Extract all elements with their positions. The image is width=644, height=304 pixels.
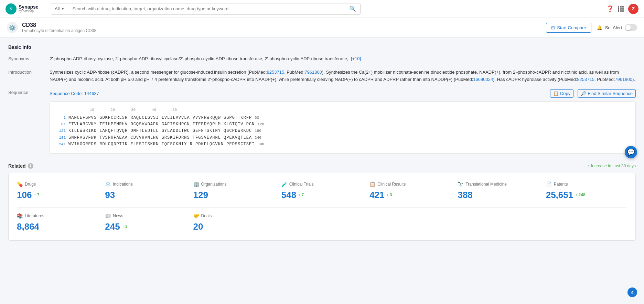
deals-card[interactable]: 🤝 Deals 20: [193, 213, 275, 232]
literatures-count: 8,864: [17, 221, 39, 232]
entity-actions: ⊞ Start Compare 🔔 Set Alert: [546, 23, 637, 33]
entity-subtitle: Lymphocyte differentiation antigen CD38: [22, 28, 542, 33]
deals-label: Deals: [201, 213, 212, 218]
grid-icon: [618, 6, 624, 12]
entity-info: CD38 Lymphocyte differentiation antigen …: [22, 22, 542, 33]
header-actions: ❓ Z: [606, 4, 638, 14]
pubmed-link-5[interactable]: 7961800: [615, 77, 632, 82]
literatures-card[interactable]: 📚 Literatures 8,864: [17, 213, 98, 232]
translational-count: 388: [458, 190, 472, 200]
sequence-ruler: 10 20 30 40 50: [55, 107, 630, 113]
copy-button[interactable]: 📋 Copy: [550, 89, 573, 98]
literatures-label: Literatures: [25, 213, 44, 218]
pubmed-link-2[interactable]: 7961800: [304, 70, 322, 75]
drugs-increase: ↑ 7: [34, 192, 39, 197]
news-icon: 📰: [105, 213, 111, 219]
seq-line-5: 241 WVIHGGREDS RDLCQDPTIK ELESIISKRN IQF…: [55, 141, 630, 148]
avatar[interactable]: Z: [628, 4, 638, 14]
organizations-card[interactable]: 🏢 Organizations 129: [193, 181, 275, 200]
entity-icon: ⚙️: [7, 22, 18, 33]
clinical-trials-count: 548: [281, 190, 296, 200]
sequence-label: Sequence: [8, 89, 50, 95]
search-bar: All ▼ 🔍: [51, 3, 361, 15]
related-title: Related i: [8, 163, 33, 169]
related-info-icon[interactable]: i: [28, 163, 33, 169]
help-button[interactable]: ❓: [606, 5, 614, 13]
compare-icon: ⊞: [551, 25, 555, 30]
sequence-actions: 📋 Copy 🔎 Find Similar Sequence: [550, 89, 636, 98]
main-content: Basic Info Synonyms 2'-phospho-ADP-ribos…: [0, 38, 644, 248]
ruler-30: 30: [131, 107, 152, 113]
find-similar-button[interactable]: 🔎 Find Similar Sequence: [578, 89, 636, 98]
drugs-count: 106: [17, 190, 32, 200]
search-input[interactable]: [68, 6, 345, 11]
sequence-code[interactable]: Sequence Code: 144637: [50, 91, 99, 96]
search-filter-label: All: [55, 6, 60, 11]
literatures-icon: 📚: [17, 213, 23, 219]
start-compare-button[interactable]: ⊞ Start Compare: [546, 23, 591, 33]
news-card[interactable]: 📰 News 245 ↑ 3: [105, 213, 186, 232]
indications-card[interactable]: ❄️ Indications 93: [105, 181, 186, 200]
clinical-trials-card[interactable]: 🧪 Clinical Trials 548 ↑ 7: [281, 181, 363, 200]
ruler-20: 20: [110, 107, 131, 113]
synonyms-text: 2'-phospho-ADP-ribosyl cyclase, 2'-phosp…: [50, 56, 348, 61]
related-row-2: 📚 Literatures 8,864 📰 News 245 ↑ 3: [17, 208, 627, 240]
drugs-icon: 💊: [17, 181, 23, 187]
logo-text: Synapse by patsnap: [19, 4, 39, 13]
alert-label: Set Alert: [605, 25, 622, 30]
organizations-count: 129: [193, 190, 208, 200]
find-similar-icon: 🔎: [581, 91, 586, 96]
logo-name: Synapse: [19, 4, 39, 10]
drugs-card[interactable]: 💊 Drugs 106 ↑ 7: [17, 181, 98, 200]
indications-count: 93: [105, 190, 115, 200]
clinical-results-label: Clinical Results: [377, 182, 406, 187]
indications-label: Indications: [113, 182, 132, 187]
ruler-40: 40: [152, 107, 172, 113]
find-similar-label: Find Similar Sequence: [588, 91, 633, 96]
search-button[interactable]: 🔍: [345, 6, 360, 12]
translational-icon: 🔭: [458, 181, 463, 187]
related-section: Related i ↑ Increase in Last 30 days 💊 D…: [8, 163, 636, 241]
alert-icon: 🔔: [597, 25, 602, 30]
translational-card[interactable]: 🔭 Translational Medicine 388: [458, 181, 539, 200]
introduction-label: Introduction: [8, 69, 50, 75]
apps-button[interactable]: [618, 6, 624, 12]
sequence-row: Sequence Sequence Code: 144637 📋 Copy 🔎 …: [8, 89, 636, 154]
clinical-results-card[interactable]: 📋 Clinical Results 421 ↑ 3: [369, 181, 451, 200]
patents-card[interactable]: 📄 Patents 25,651 ↑ 248: [546, 181, 627, 200]
news-label: News: [113, 213, 123, 218]
chevron-down-icon: ▼: [61, 7, 64, 11]
clinical-results-icon: 📋: [369, 181, 375, 187]
increase-label-text: Increase in Last 30 days: [591, 164, 636, 168]
basic-info-title: Basic Info: [8, 44, 636, 50]
alert-toggle[interactable]: [625, 24, 637, 31]
pubmed-link-4[interactable]: 8253715: [577, 77, 594, 82]
indications-icon: ❄️: [105, 181, 111, 187]
ruler-10: 10: [90, 107, 110, 113]
patents-icon: 📄: [546, 181, 552, 187]
clinical-trials-increase: ↑ 7: [298, 192, 304, 197]
increase-arrow-icon: ↑: [588, 164, 590, 168]
clinical-trials-icon: 🧪: [281, 181, 287, 187]
seq-line-3: 121 KILLWSRIKD LAHQFTQVQR DMFTLEDTLL GYL…: [55, 128, 630, 134]
increase-label: ↑ Increase in Last 30 days: [588, 164, 636, 168]
related-cards-wrapper: 💊 Drugs 106 ↑ 7 ❄️ Indications 93: [8, 173, 636, 241]
deals-icon: 🤝: [193, 213, 199, 219]
synonyms-more[interactable]: [+10]: [351, 56, 361, 61]
synonyms-value: 2'-phospho-ADP-ribosyl cyclase, 2'-phosp…: [50, 55, 636, 63]
chat-float-button[interactable]: 💬: [625, 146, 637, 158]
introduction-value: Synthesizes cyclic ADP-ribose (cADPR), a…: [50, 69, 636, 83]
search-filter-dropdown[interactable]: All ▼: [51, 3, 68, 14]
related-label: Related: [8, 163, 26, 169]
compare-label: Start Compare: [557, 25, 586, 30]
pubmed-link-1[interactable]: 8253715: [267, 70, 285, 75]
sequence-box: 10 20 30 40 50 1 MANCEFSPVS GDKFCCRLSR R…: [50, 101, 636, 154]
set-alert-container: 🔔 Set Alert: [597, 24, 637, 31]
seq-line-1: 1 MANCEFSPVS GDKFCCRLSR RAQLCLGVSI LVLIL…: [55, 115, 630, 121]
patents-increase: ↑ 248: [575, 192, 585, 197]
logo: S Synapse by patsnap: [6, 3, 47, 14]
related-row-1: 💊 Drugs 106 ↑ 7 ❄️ Indications 93: [17, 181, 627, 208]
pubmed-link-3[interactable]: 16690024: [473, 77, 493, 82]
ruler-50: 50: [172, 107, 193, 113]
logo-icon: S: [6, 3, 17, 14]
